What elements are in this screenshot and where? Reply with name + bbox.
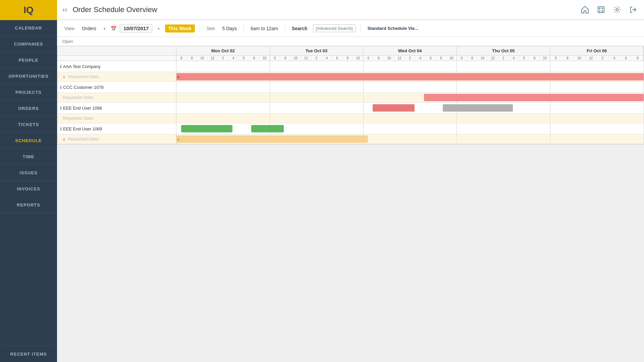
sidebar-item-schedule[interactable]: SCHEDULE: [0, 133, 57, 149]
ts: 2: [597, 56, 609, 61]
company-name-ccc[interactable]: CCC Customer 1078: [63, 85, 104, 90]
ts: 4: [509, 56, 519, 61]
ts: 10: [353, 56, 363, 61]
ts: 10: [478, 56, 488, 61]
days-selector[interactable]: 5 Days: [220, 24, 239, 33]
day-header-fri: Fri Oct 06: [550, 46, 644, 55]
req-label-eee1069: « Requested Dates: [57, 134, 176, 144]
building-icon[interactable]: [596, 4, 606, 15]
sidebar-item-calendar[interactable]: CALENDAR: [0, 20, 57, 36]
search-button[interactable]: Search: [290, 24, 310, 33]
svg-rect-1: [599, 8, 600, 9]
this-week-button[interactable]: This Week: [165, 24, 195, 33]
svg-rect-4: [602, 10, 603, 12]
sidebar-item-time[interactable]: TIME: [0, 149, 57, 165]
ts: 8: [632, 56, 643, 61]
sidebar-item-issues[interactable]: ISSUES: [0, 165, 57, 181]
gantt-bar-eee1068-pink: [373, 104, 415, 112]
ts: 4: [609, 56, 621, 61]
home-icon[interactable]: [580, 4, 590, 15]
ts: 6: [363, 56, 374, 61]
sidebar-item-orders[interactable]: ORDERS: [0, 101, 57, 117]
ts: 2: [311, 56, 322, 61]
ts: 6: [620, 56, 632, 61]
svg-point-5: [616, 9, 619, 11]
back-button[interactable]: ‹‹: [62, 5, 67, 14]
info-icon-eee1069[interactable]: ℹ: [60, 126, 62, 131]
sidebar-item-opportunities[interactable]: OPPORTUNITIES: [0, 68, 57, 84]
ts: 8: [562, 56, 574, 61]
recent-items[interactable]: RECENT ITEMS: [0, 346, 57, 362]
day-header-wed: Wed Oct 04: [363, 46, 457, 55]
row-label-ccc: ℹ CCC Customer 1078: [57, 82, 176, 93]
view-label: View: [62, 24, 76, 33]
ts: 8: [436, 56, 446, 61]
chevron-icon-eee1069: «: [63, 136, 65, 142]
ts: 10: [291, 56, 301, 61]
row-cells-eee1069-req: «: [176, 134, 644, 144]
row-label-eee1068: ℹ EEE End User 1068: [57, 103, 176, 113]
orders-selector[interactable]: Orders: [80, 24, 98, 33]
ts: 2: [498, 56, 509, 61]
gantt-bar-eee1068-gray: [443, 104, 513, 112]
time-slots-thu: 6 8 10 12 2 4 6 8 10: [457, 56, 550, 61]
toolbar: View Orders ‹ 📅 10/07/2017 › This Week S…: [57, 20, 644, 37]
day-header-thu: Thu Oct 05: [457, 46, 550, 55]
company-name-eee1068[interactable]: EEE End User 1068: [63, 106, 102, 111]
calendar-icon: 📅: [111, 26, 116, 31]
divider4: [360, 24, 361, 33]
date-display[interactable]: 10/07/2017: [120, 24, 152, 33]
sidebar-item-projects[interactable]: PROJECTS: [0, 84, 57, 101]
sidebar-item-tickets[interactable]: TICKETS: [0, 117, 57, 133]
company-name-aaa[interactable]: AAA Test Company: [63, 64, 101, 69]
page-title: Order Schedule Overview: [73, 5, 577, 14]
row-eee1068-requested: Requested Dates: [57, 114, 644, 123]
ts: 10: [197, 56, 208, 61]
gear-icon[interactable]: [612, 4, 623, 15]
sidebar-item-companies[interactable]: COMPANIES: [0, 36, 57, 52]
ts: 6: [457, 56, 467, 61]
req-chevron-aaa: «: [177, 73, 180, 80]
requested-dates-label-aaa: Requested Dates: [68, 74, 99, 79]
row-eee1068-company: ℹ EEE End User 1068: [57, 103, 644, 114]
open-button[interactable]: Open: [62, 39, 73, 44]
prev-date-button[interactable]: ‹: [102, 24, 107, 33]
schedule-container: Mon Oct 02 Tue Oct 03 Wed Oct 04 Thu Oct…: [57, 46, 644, 362]
see-label: See: [205, 24, 217, 33]
logout-icon[interactable]: [628, 4, 639, 15]
row-eee1069-requested: « Requested Dates «: [57, 134, 644, 144]
ts: 6: [270, 56, 280, 61]
header-bar: ‹‹ Order Schedule Overview: [57, 0, 644, 20]
time-range[interactable]: 6am to 12am: [249, 24, 280, 33]
company-name-eee1069[interactable]: EEE End User 1069: [63, 126, 102, 131]
info-icon-eee1068[interactable]: ℹ: [60, 106, 62, 111]
ts: 8: [374, 56, 384, 61]
ts: 12: [585, 56, 597, 61]
time-slots-mon: 6 8 10 12 2 4 6 8 10: [176, 56, 270, 61]
day-header-tue: Tue Oct 03: [270, 46, 364, 55]
row-eee1069-company: ℹ EEE End User 1069: [57, 123, 644, 134]
ts: 8: [342, 56, 353, 61]
info-icon-ccc[interactable]: ℹ: [60, 85, 62, 90]
ts: 8: [467, 56, 478, 61]
row-ccc-requested: Requested Dates: [57, 93, 644, 103]
next-date-button[interactable]: ›: [156, 24, 161, 33]
row-aaa-requested: « Requested Dates «: [57, 72, 644, 82]
sidebar-item-reports[interactable]: REPORTS: [0, 197, 57, 213]
ts: 12: [301, 56, 311, 61]
sidebar-item-invoices[interactable]: INVOICES: [0, 181, 57, 197]
req-chevron-eee1069: «: [177, 135, 180, 143]
row-cells-aaa: [176, 61, 644, 72]
logo-area: IQ: [0, 0, 57, 20]
advanced-search-button[interactable]: [Advanced Search]: [313, 24, 356, 32]
svg-rect-0: [598, 7, 604, 13]
time-slots-wed: 6 8 10 12 2 4 6 8 10: [363, 56, 457, 61]
info-icon-aaa[interactable]: ℹ: [60, 64, 62, 69]
view-type-selector[interactable]: Standard Schedule Vie...: [365, 24, 420, 32]
ts: 6: [239, 56, 249, 61]
ts: 8: [529, 56, 540, 61]
sidebar-item-people[interactable]: PEOPLE: [0, 52, 57, 68]
ts: 4: [415, 56, 426, 61]
ts: 10: [574, 56, 585, 61]
logo: IQ: [23, 5, 34, 15]
